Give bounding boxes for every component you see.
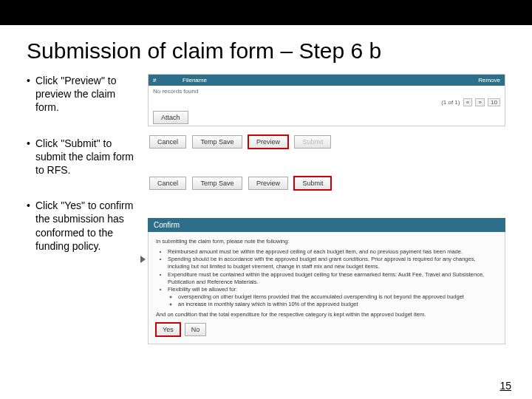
confirm-item: Flexibility will be allowed for: overspe… bbox=[168, 286, 497, 308]
pager-range: (1 of 1) bbox=[441, 99, 460, 106]
pager-next[interactable]: » bbox=[475, 98, 484, 106]
page-number: 15 bbox=[499, 380, 511, 392]
instruction-item: Click "Preview" to preview the claim for… bbox=[27, 74, 137, 115]
cancel-button[interactable]: Cancel bbox=[149, 135, 186, 149]
tempsave-button[interactable]: Temp Save bbox=[192, 177, 242, 190]
pager-size[interactable]: 10 bbox=[488, 98, 500, 106]
no-button[interactable]: No bbox=[185, 323, 207, 336]
instruction-column: Click "Preview" to preview the claim for… bbox=[27, 74, 137, 344]
attach-button[interactable]: Attach bbox=[153, 111, 188, 124]
confirm-item: Expenditure must be contained within the… bbox=[168, 271, 497, 286]
confirm-item: Reimbursed amount must be within the app… bbox=[168, 248, 497, 256]
confirm-subitem: overspending on other budget items provi… bbox=[178, 293, 497, 301]
yes-button[interactable]: Yes bbox=[156, 323, 180, 336]
confirm-sublist: overspending on other budget items provi… bbox=[168, 293, 497, 308]
action-row-2: Cancel Temp Save Preview Submit bbox=[148, 172, 505, 191]
instruction-item: Click "Submit" to submit the claim form … bbox=[27, 137, 137, 177]
action-row-1: Cancel Temp Save Preview Submit bbox=[148, 131, 505, 150]
pager-prev[interactable]: « bbox=[463, 98, 472, 106]
submit-button[interactable]: Submit bbox=[294, 177, 331, 190]
confirm-header: Confirm bbox=[148, 218, 505, 232]
attachments-header: # Filename Remove bbox=[149, 75, 505, 86]
confirm-item-text: Flexibility will be allowed for: bbox=[168, 286, 237, 293]
cancel-button[interactable]: Cancel bbox=[149, 177, 186, 190]
confirm-body: In submitting the claim form, please not… bbox=[148, 232, 505, 344]
instruction-item: Click "Yes" to confirm the submission ha… bbox=[27, 199, 137, 253]
top-bar bbox=[0, 0, 532, 25]
confirm-list: Reimbursed amount must be within the app… bbox=[156, 248, 497, 308]
arrow-icon bbox=[140, 256, 146, 263]
preview-button[interactable]: Preview bbox=[248, 177, 288, 190]
preview-button[interactable]: Preview bbox=[248, 135, 288, 149]
confirm-subitem: an increase in monthly salary which is w… bbox=[178, 301, 497, 308]
confirm-dialog: Confirm In submitting the claim form, pl… bbox=[148, 218, 505, 344]
attachments-panel: # Filename Remove No records found (1 of… bbox=[148, 74, 505, 126]
tempsave-button[interactable]: Temp Save bbox=[192, 135, 242, 149]
pager: (1 of 1) « » 10 bbox=[149, 97, 505, 108]
col-remove: Remove bbox=[456, 77, 500, 83]
submit-button-disabled: Submit bbox=[294, 135, 331, 149]
col-filename: Filename bbox=[183, 77, 456, 83]
empty-row: No records found bbox=[149, 86, 505, 97]
confirm-item: Spending should be in accordance with th… bbox=[168, 256, 497, 270]
confirm-buttons: Yes No bbox=[156, 323, 497, 336]
col-index: # bbox=[153, 77, 183, 83]
content-area: Click "Preview" to preview the claim for… bbox=[0, 74, 532, 344]
page-title: Submission of claim form – Step 6 b bbox=[0, 25, 532, 74]
attach-row: Attach bbox=[149, 108, 505, 126]
confirm-lead: In submitting the claim form, please not… bbox=[156, 238, 497, 245]
confirm-tail: And on condition that the total expendit… bbox=[156, 311, 497, 318]
screenshot-column: # Filename Remove No records found (1 of… bbox=[148, 74, 505, 344]
